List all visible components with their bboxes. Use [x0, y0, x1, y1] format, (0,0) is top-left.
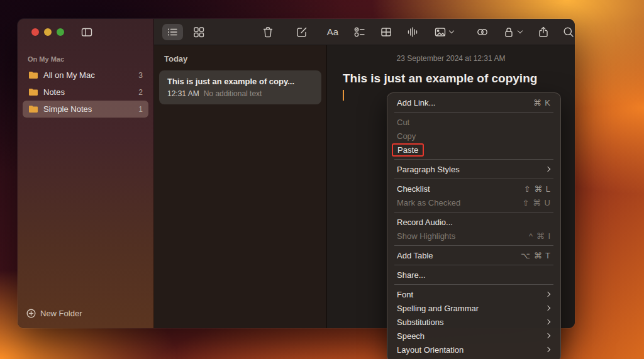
- menu-item-cut: Cut: [391, 115, 557, 129]
- folder-icon: [28, 71, 38, 79]
- submenu-chevron-icon: [545, 167, 550, 172]
- compose-note-button[interactable]: [296, 26, 308, 38]
- menu-item-label: Layout Orientation: [397, 345, 546, 355]
- menu-item-font[interactable]: Font: [391, 287, 557, 301]
- sidebar-item-all-on-my-mac[interactable]: All on My Mac 3: [23, 67, 148, 84]
- menu-item-label: Show Highlights: [397, 231, 529, 241]
- menu-item-label: Spelling and Grammar: [397, 304, 546, 313]
- note-date-header: 23 September 2024 at 12:31 AM: [327, 54, 575, 63]
- chevron-down-icon: [449, 28, 454, 33]
- note-item-preview: No additional text: [204, 89, 262, 98]
- table-button[interactable]: [380, 26, 392, 38]
- menu-item-label: Record Audio...: [397, 218, 551, 227]
- share-icon: [537, 26, 550, 38]
- gallery-view-button[interactable]: [192, 26, 205, 38]
- menu-item-speech[interactable]: Speech: [391, 329, 557, 343]
- submenu-chevron-icon: [545, 347, 550, 352]
- submenu-chevron-icon: [545, 292, 550, 297]
- audio-button[interactable]: [406, 26, 419, 38]
- menu-item-label: Share...: [397, 270, 551, 280]
- toolbar: Aa: [154, 19, 575, 45]
- checklist-icon: [353, 26, 366, 38]
- sidebar-item-label: Notes: [43, 87, 65, 97]
- sidebar-titlebar: [18, 19, 153, 45]
- delete-note-button[interactable]: [262, 26, 274, 38]
- minimize-button[interactable]: [44, 28, 52, 36]
- menu-item-label: Add Link...: [397, 98, 533, 108]
- submenu-chevron-icon: [545, 319, 550, 324]
- sidebar-item-notes[interactable]: Notes 2: [23, 84, 148, 101]
- chevron-down-icon: [518, 28, 523, 33]
- menu-item-layout-orientation[interactable]: Layout Orientation: [391, 343, 557, 356]
- sidebar-item-count: 1: [138, 105, 143, 114]
- compose-icon: [296, 26, 308, 38]
- text-caret: [343, 90, 344, 101]
- menu-item-paste[interactable]: Paste: [391, 143, 557, 157]
- list-view-icon: [166, 26, 179, 38]
- menu-item-label: Font: [397, 290, 546, 299]
- table-icon: [380, 26, 392, 38]
- submenu-chevron-icon: [545, 306, 550, 311]
- context-menu: Add Link... ⌘ K Cut Copy Paste Paragraph…: [387, 92, 561, 359]
- plus-circle-icon: [26, 309, 36, 318]
- menu-item-paragraph-styles[interactable]: Paragraph Styles: [391, 162, 557, 176]
- sidebar-item-count: 2: [138, 88, 143, 97]
- search-button[interactable]: [562, 26, 575, 38]
- notes-list-section-header: Today: [164, 54, 326, 64]
- menu-item-add-table[interactable]: Add Table ⌥ ⌘ T: [391, 248, 557, 262]
- trash-icon: [262, 26, 274, 38]
- menu-item-shortcut: ⇧ ⌘ L: [524, 184, 551, 194]
- sidebar-item-label: Simple Notes: [43, 104, 92, 114]
- add-link-button[interactable]: [476, 26, 489, 38]
- menu-item-label: Mark as Checked: [397, 198, 522, 207]
- zoom-button[interactable]: [57, 28, 64, 36]
- menu-item-label: Checklist: [397, 184, 524, 194]
- close-button[interactable]: [31, 28, 39, 36]
- share-button[interactable]: [537, 26, 550, 38]
- menu-item-mark-as-checked: Mark as Checked ⇧ ⌘ U: [391, 196, 557, 209]
- sidebar-toggle-icon[interactable]: [80, 26, 93, 38]
- media-button[interactable]: [434, 26, 453, 38]
- paste-annotation-box: Paste: [392, 143, 424, 157]
- menu-item-copy: Copy: [391, 129, 557, 143]
- checklist-button[interactable]: [353, 26, 366, 38]
- list-view-button[interactable]: [162, 24, 183, 40]
- format-text-button[interactable]: Aa: [327, 26, 338, 37]
- menu-separator: [394, 159, 553, 160]
- menu-separator: [394, 112, 553, 113]
- sidebar-item-simple-notes[interactable]: Simple Notes 1: [23, 101, 148, 118]
- search-icon: [562, 26, 575, 38]
- menu-item-share[interactable]: Share...: [391, 268, 557, 282]
- notes-list: Today This is just an example of copy...…: [154, 45, 327, 328]
- menu-separator: [394, 245, 553, 246]
- menu-item-spelling-and-grammar[interactable]: Spelling and Grammar: [391, 301, 557, 315]
- menu-item-shortcut: ^ ⌘ I: [529, 231, 551, 241]
- menu-item-checklist[interactable]: Checklist ⇧ ⌘ L: [391, 182, 557, 196]
- menu-item-label: Paragraph Styles: [397, 165, 546, 174]
- audio-waveform-icon: [406, 26, 419, 38]
- traffic-lights: [31, 28, 64, 36]
- menu-item-show-highlights: Show Highlights ^ ⌘ I: [391, 229, 557, 243]
- menu-separator: [394, 265, 553, 265]
- note-item-time: 12:31 AM: [167, 89, 199, 98]
- menu-item-label: Add Table: [397, 251, 521, 260]
- folder-icon: [28, 88, 38, 96]
- menu-item-label: Copy: [397, 131, 551, 141]
- sidebar-section-header: On My Mac: [28, 55, 143, 63]
- note-list-item[interactable]: This is just an example of copy... 12:31…: [159, 70, 321, 104]
- menu-item-record-audio[interactable]: Record Audio...: [391, 215, 557, 229]
- menu-item-label: Substitutions: [397, 318, 546, 327]
- menu-item-substitutions[interactable]: Substitutions: [391, 315, 557, 329]
- menu-item-shortcut: ⌘ K: [533, 98, 551, 108]
- menu-item-add-link[interactable]: Add Link... ⌘ K: [391, 96, 557, 109]
- gallery-view-icon: [192, 26, 205, 38]
- format-aa-icon: Aa: [327, 26, 338, 37]
- new-folder-button[interactable]: New Folder: [18, 309, 153, 328]
- menu-item-label: Speech: [397, 331, 546, 341]
- menu-separator: [394, 284, 553, 285]
- sidebar: On My Mac All on My Mac 3 Notes 2 Simple…: [18, 19, 154, 328]
- sidebar-item-label: All on My Mac: [43, 70, 95, 80]
- lock-button[interactable]: [502, 26, 522, 38]
- submenu-chevron-icon: [545, 333, 550, 338]
- menu-separator: [394, 179, 553, 179]
